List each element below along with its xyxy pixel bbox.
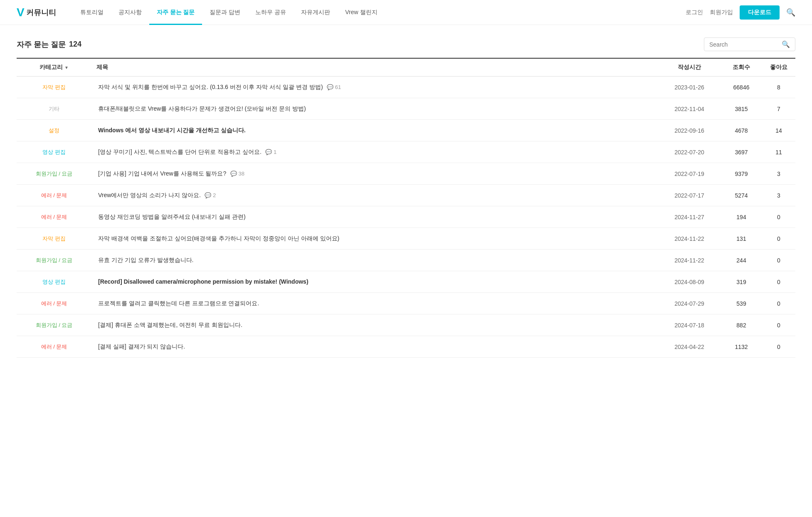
nav-item-challenge[interactable]: Vrew 챌린지 [338, 0, 385, 25]
title-cell[interactable]: [기업 사용] 기업 내에서 Vrew를 사용해도 될까요? 💬 38 [91, 164, 658, 183]
nav-item-tutorial[interactable]: 튜토리얼 [73, 0, 111, 25]
table-row[interactable]: 영상 편집[Record] Disallowed camera/micropho… [17, 271, 795, 293]
logo[interactable]: V 커뮤니티 [17, 7, 56, 18]
date-cell: 2024-11-22 [658, 230, 721, 247]
title-cell[interactable]: 자막 서식 및 위치를 한번에 바꾸고 싶어요. (0.13.6 버전 이후 자… [91, 78, 658, 96]
table-body: 자막 편집자막 서식 및 위치를 한번에 바꾸고 싶어요. (0.13.6 버전… [17, 77, 795, 358]
views-cell: 319 [721, 274, 762, 290]
category-tag: 회원가입 / 요금 [36, 322, 73, 328]
title-cell[interactable]: 동영상 재인코딩 방법을 알려주세요 (내보내기 실패 관련) [91, 208, 658, 226]
table-row[interactable]: 자막 편집자막 서식 및 위치를 한번에 바꾸고 싶어요. (0.13.6 버전… [17, 77, 795, 98]
category-cell: 설정 [17, 122, 91, 139]
title-text: [결제] 휴대폰 소액 결제했는데, 여전히 무료 회원입니다. [98, 322, 242, 328]
title-cell[interactable]: 유효 기간 기입 오류가 발생했습니다. [91, 251, 658, 270]
views-cell: 66846 [721, 79, 762, 96]
likes-cell: 0 [762, 295, 795, 312]
table-row[interactable]: 에러 / 문제프로젝트를 열려고 클릭했는데 다른 프로그램으로 연결되어요.2… [17, 293, 795, 314]
likes-cell: 7 [762, 101, 795, 117]
download-button[interactable]: 다운로드 [740, 5, 780, 20]
date-cell: 2023-01-26 [658, 79, 721, 96]
search-input[interactable] [709, 41, 778, 48]
nav-item-qna[interactable]: 질문과 답변 [202, 0, 248, 25]
nav-item-faq[interactable]: 자주 묻는 질문 [149, 0, 202, 25]
date-cell: 2024-08-09 [658, 274, 721, 290]
likes-cell: 3 [762, 187, 795, 204]
table-header: 카테고리 ▼ 제목 작성시간 조회수 좋아요 [17, 59, 795, 77]
category-cell: 기타 [17, 100, 91, 118]
table-row[interactable]: 회원가입 / 요금유효 기간 기입 오류가 발생했습니다.2024-11-222… [17, 250, 795, 271]
page-title: 자주 묻는 질문 [17, 40, 66, 49]
signup-link[interactable]: 회원가입 [710, 9, 733, 16]
category-cell: 에러 / 문제 [17, 208, 91, 226]
column-header-views: 조회수 [721, 64, 762, 71]
title-cell[interactable]: [영상 꾸미기] 사진, 텍스트박스를 단어 단위로 적용하고 싶어요. 💬 1 [91, 143, 658, 161]
title-cell[interactable]: 프로젝트를 열려고 클릭했는데 다른 프로그램으로 연결되어요. [91, 294, 658, 313]
nav-item-notice[interactable]: 공지사항 [111, 0, 149, 25]
column-header-category[interactable]: 카테고리 ▼ [17, 64, 91, 71]
table-row[interactable]: 에러 / 문제동영상 재인코딩 방법을 알려주세요 (내보내기 실패 관련)20… [17, 206, 795, 228]
category-cell: 자막 편집 [17, 79, 91, 96]
category-tag: 에러 / 문제 [41, 300, 67, 307]
title-cell[interactable]: Vrew에서만 영상의 소리가 나지 않아요. 💬 2 [91, 186, 658, 205]
search-icon[interactable]: 🔍 [786, 8, 795, 17]
date-cell: 2022-09-16 [658, 122, 721, 139]
chevron-down-icon: ▼ [64, 65, 69, 70]
likes-cell: 0 [762, 209, 795, 225]
category-tag: 자막 편집 [42, 84, 66, 90]
table-row[interactable]: 에러 / 문제Vrew에서만 영상의 소리가 나지 않아요. 💬 22022-0… [17, 185, 795, 206]
table-row[interactable]: 자막 편집자막 배경색 여백을 조절하고 싶어요(배경색을 추가하니 자막이 정… [17, 228, 795, 250]
category-tag: 에러 / 문제 [41, 214, 67, 220]
views-cell: 1132 [721, 339, 762, 355]
table-row[interactable]: 에러 / 문제[결제 실패] 결제가 되지 않습니다.2024-04-22113… [17, 336, 795, 358]
category-tag: 회원가입 / 요금 [36, 257, 73, 263]
comment-count: 💬 2 [203, 192, 216, 198]
page-header: 자주 묻는 질문 124 🔍 [17, 37, 795, 51]
category-tag: 에러 / 문제 [41, 192, 67, 198]
views-cell: 3815 [721, 101, 762, 117]
likes-cell: 14 [762, 122, 795, 139]
views-cell: 4678 [721, 122, 762, 139]
title-text: 동영상 재인코딩 방법을 알려주세요 (내보내기 실패 관련) [98, 213, 246, 220]
views-cell: 5274 [721, 187, 762, 204]
header-right: 로그인 회원가입 다운로드 🔍 [686, 5, 795, 20]
category-tag: 영상 편집 [42, 149, 66, 155]
title-cell[interactable]: Windows 에서 영상 내보내기 시간을 개선하고 싶습니다. [91, 121, 658, 140]
category-cell: 영상 편집 [17, 143, 91, 161]
table-container: 카테고리 ▼ 제목 작성시간 조회수 좋아요 자막 편집자막 서식 및 위치를 … [17, 58, 795, 358]
category-tag: 자막 편집 [42, 235, 66, 242]
likes-cell: 0 [762, 339, 795, 355]
title-cell[interactable]: 자막 배경색 여백을 조절하고 싶어요(배경색을 추가하니 자막이 정중앙이 아… [91, 229, 658, 248]
nav-item-free[interactable]: 자유게시판 [294, 0, 338, 25]
table-row[interactable]: 영상 편집[영상 꾸미기] 사진, 텍스트박스를 단어 단위로 적용하고 싶어요… [17, 141, 795, 163]
title-cell[interactable]: [결제 실패] 결제가 되지 않습니다. [91, 337, 658, 356]
search-box-icon[interactable]: 🔍 [782, 40, 790, 48]
column-header-date: 작성시간 [658, 64, 721, 71]
category-tag: 설정 [49, 127, 59, 134]
date-cell: 2022-11-04 [658, 101, 721, 117]
logo-text: 커뮤니티 [26, 7, 56, 17]
views-cell: 3697 [721, 144, 762, 161]
table-row[interactable]: 회원가입 / 요금[결제] 휴대폰 소액 결제했는데, 여전히 무료 회원입니다… [17, 314, 795, 336]
views-cell: 131 [721, 230, 762, 247]
category-cell: 회원가입 / 요금 [17, 165, 91, 183]
title-text: [결제 실패] 결제가 되지 않습니다. [98, 343, 185, 350]
nav-menu: 튜토리얼 공지사항 자주 묻는 질문 질문과 답변 노하우 공유 자유게시판 V… [73, 0, 686, 25]
category-tag: 영상 편집 [42, 279, 66, 285]
table-row[interactable]: 기타휴대폰/태블릿으로 Vrew를 사용하다가 문제가 생겼어요! (모바일 버… [17, 98, 795, 120]
likes-cell: 0 [762, 274, 795, 290]
category-cell: 회원가입 / 요금 [17, 317, 91, 334]
likes-cell: 3 [762, 166, 795, 182]
title-cell[interactable]: [Record] Disallowed camera/microphone pe… [91, 272, 658, 291]
login-link[interactable]: 로그인 [686, 9, 703, 16]
title-cell[interactable]: 휴대폰/태블릿으로 Vrew를 사용하다가 문제가 생겼어요! (모바일 버전 … [91, 99, 658, 118]
nav-item-knowhow[interactable]: 노하우 공유 [248, 0, 294, 25]
table-row[interactable]: 회원가입 / 요금[기업 사용] 기업 내에서 Vrew를 사용해도 될까요? … [17, 163, 795, 185]
title-cell[interactable]: [결제] 휴대폰 소액 결제했는데, 여전히 무료 회원입니다. [91, 316, 658, 334]
title-text: 유효 기간 기입 오류가 발생했습니다. [98, 257, 193, 263]
table-row[interactable]: 설정Windows 에서 영상 내보내기 시간을 개선하고 싶습니다.2022-… [17, 120, 795, 141]
category-cell: 에러 / 문제 [17, 295, 91, 312]
logo-v-icon: V [17, 7, 25, 18]
category-cell: 자막 편집 [17, 230, 91, 247]
column-header-category-label: 카테고리 [39, 64, 63, 71]
search-box: 🔍 [704, 37, 795, 51]
